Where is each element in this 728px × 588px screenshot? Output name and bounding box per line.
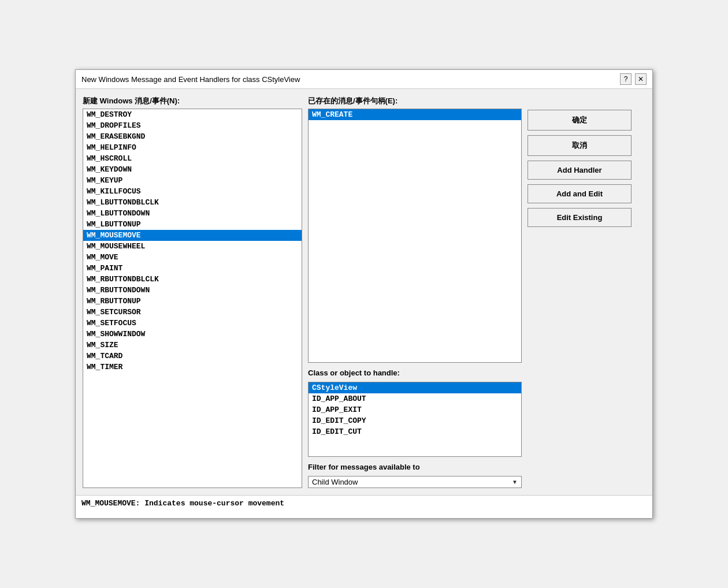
list-item[interactable]: WM_SETFOCUS: [83, 318, 302, 329]
chevron-down-icon: ▼: [512, 479, 518, 485]
existing-handlers-label: 已存在的消息/事件句柄(E):: [308, 96, 522, 106]
middle-panel: 已存在的消息/事件句柄(E): WM_CREATE Class or objec…: [308, 96, 522, 488]
class-object-section: Class or object to handle: CStyleViewID_…: [308, 369, 522, 457]
list-item[interactable]: WM_PAINT: [83, 263, 302, 274]
list-item[interactable]: WM_DROPFILES: [83, 120, 302, 131]
list-item[interactable]: WM_SIZE: [83, 340, 302, 351]
status-bar: WM_MOUSEMOVE: Indicates mouse-cursor mov…: [76, 495, 652, 518]
filter-section: Filter for messages available to Child W…: [308, 463, 522, 488]
list-item[interactable]: ID_APP_ABOUT: [309, 393, 521, 404]
add-handler-button[interactable]: Add Handler: [528, 161, 632, 180]
list-item[interactable]: ID_EDIT_COPY: [309, 415, 521, 426]
existing-handlers-listbox[interactable]: WM_CREATE: [309, 109, 521, 362]
list-item[interactable]: WM_TCARD: [83, 351, 302, 362]
list-item[interactable]: CStyleView: [309, 382, 521, 393]
help-button[interactable]: ?: [620, 73, 632, 85]
main-area: 新建 Windows 消息/事件(N): WM_DESTROYWM_DROPFI…: [83, 96, 645, 488]
dialog-window: New Windows Message and Event Handlers f…: [75, 69, 653, 519]
title-bar: New Windows Message and Event Handlers f…: [76, 70, 652, 89]
add-and-edit-button[interactable]: Add and Edit: [528, 184, 632, 203]
list-item[interactable]: WM_MOVE: [83, 252, 302, 263]
list-item[interactable]: WM_LBUTTONDOWN: [83, 208, 302, 219]
list-item[interactable]: WM_MOUSEMOVE: [83, 230, 302, 241]
list-item[interactable]: WM_RBUTTONDOWN: [83, 285, 302, 296]
class-object-listbox[interactable]: CStyleViewID_APP_ABOUTID_APP_EXITID_EDIT…: [309, 382, 521, 456]
new-messages-label: 新建 Windows 消息/事件(N):: [83, 96, 302, 106]
close-button[interactable]: ✕: [635, 73, 647, 85]
list-item[interactable]: WM_RBUTTONUP: [83, 296, 302, 307]
title-bar-controls: ? ✕: [620, 73, 647, 85]
list-item[interactable]: WM_SETCURSOR: [83, 307, 302, 318]
edit-existing-button[interactable]: Edit Existing: [528, 208, 632, 227]
filter-label: Filter for messages available to: [308, 463, 522, 471]
filter-value: Child Window: [312, 478, 358, 486]
list-item[interactable]: WM_ERASEBKGND: [83, 131, 302, 142]
title-bar-left: New Windows Message and Event Handlers f…: [81, 75, 300, 84]
dialog-body: 新建 Windows 消息/事件(N): WM_DESTROYWM_DROPFI…: [76, 89, 652, 495]
list-item[interactable]: ID_APP_EXIT: [309, 404, 521, 415]
list-item[interactable]: WM_SHOWWINDOW: [83, 329, 302, 340]
list-item[interactable]: WM_MOUSEWHEEL: [83, 241, 302, 252]
left-panel: 新建 Windows 消息/事件(N): WM_DESTROYWM_DROPFI…: [83, 96, 302, 488]
filter-dropdown[interactable]: Child Window ▼: [308, 476, 522, 488]
new-messages-listbox[interactable]: WM_DESTROYWM_DROPFILESWM_ERASEBKGNDWM_HE…: [83, 109, 302, 487]
class-object-label: Class or object to handle:: [308, 369, 522, 377]
list-item[interactable]: WM_HELPINFO: [83, 142, 302, 153]
list-item[interactable]: WM_KEYUP: [83, 175, 302, 186]
cancel-button[interactable]: 取消: [528, 135, 632, 156]
right-panel: 确定 取消 Add Handler Add and Edit Edit Exis…: [528, 96, 632, 488]
window-title: New Windows Message and Event Handlers f…: [81, 75, 300, 84]
existing-handlers-section: 已存在的消息/事件句柄(E): WM_CREATE: [308, 96, 522, 363]
status-text: WM_MOUSEMOVE: Indicates mouse-cursor mov…: [81, 499, 284, 508]
list-item[interactable]: WM_HSCROLL: [83, 153, 302, 164]
list-item[interactable]: WM_KEYDOWN: [83, 164, 302, 175]
list-item[interactable]: WM_RBUTTONDBLCLK: [83, 274, 302, 285]
list-item[interactable]: WM_LBUTTONDBLCLK: [83, 197, 302, 208]
list-item[interactable]: WM_KILLFOCUS: [83, 186, 302, 197]
list-item[interactable]: ID_EDIT_CUT: [309, 426, 521, 437]
ok-button[interactable]: 确定: [528, 110, 632, 131]
list-item[interactable]: WM_CREATE: [309, 109, 521, 120]
list-item[interactable]: WM_DESTROY: [83, 109, 302, 120]
list-item[interactable]: WM_LBUTTONUP: [83, 219, 302, 230]
list-item[interactable]: WM_TIMER: [83, 362, 302, 373]
